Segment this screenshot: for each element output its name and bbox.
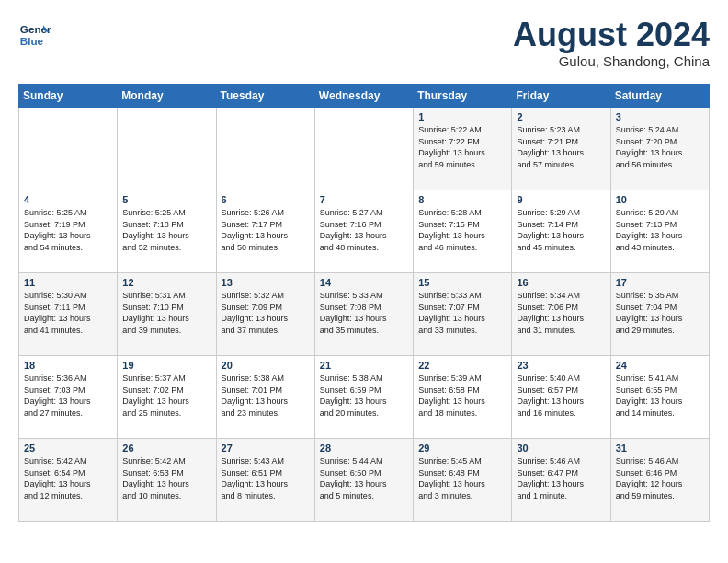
day-number: 17 [616,277,704,288]
calendar-cell: 7Sunrise: 5:27 AM Sunset: 7:16 PM Daylig… [314,190,413,273]
calendar-cell: 10Sunrise: 5:29 AM Sunset: 7:13 PM Dayli… [610,190,709,273]
day-number: 20 [222,360,310,371]
calendar-cell: 1Sunrise: 5:22 AM Sunset: 7:22 PM Daylig… [414,108,512,190]
page-header: General Blue August 2024 Gulou, Shandong… [18,18,710,69]
calendar-cell: 20Sunrise: 5:38 AM Sunset: 7:01 PM Dayli… [216,356,314,439]
day-info: Sunrise: 5:28 AM Sunset: 7:15 PM Dayligh… [418,207,506,253]
day-number: 12 [122,277,210,288]
day-number: 6 [222,194,310,205]
day-info: Sunrise: 5:43 AM Sunset: 6:51 PM Dayligh… [222,455,310,501]
logo: General Blue [18,18,51,52]
calendar-cell: 17Sunrise: 5:35 AM Sunset: 7:04 PM Dayli… [610,273,709,356]
weekday-header-tuesday: Tuesday [216,85,314,108]
calendar-cell: 22Sunrise: 5:39 AM Sunset: 6:58 PM Dayli… [414,356,512,439]
day-info: Sunrise: 5:42 AM Sunset: 6:54 PM Dayligh… [24,455,112,501]
day-number: 16 [517,277,605,288]
day-number: 5 [122,194,210,205]
day-number: 31 [616,442,704,454]
logo-icon: General Blue [18,18,51,52]
calendar-cell: 14Sunrise: 5:33 AM Sunset: 7:08 PM Dayli… [314,273,413,356]
calendar-row: 18Sunrise: 5:36 AM Sunset: 7:03 PM Dayli… [19,356,710,439]
month-title: August 2024 [513,18,710,52]
day-number: 26 [122,442,210,454]
day-number: 7 [320,194,408,205]
calendar-cell: 9Sunrise: 5:29 AM Sunset: 7:14 PM Daylig… [512,190,610,273]
day-info: Sunrise: 5:39 AM Sunset: 6:58 PM Dayligh… [418,373,506,419]
day-number: 9 [517,194,605,205]
calendar-table: SundayMondayTuesdayWednesdayThursdayFrid… [18,84,710,522]
day-info: Sunrise: 5:29 AM Sunset: 7:13 PM Dayligh… [616,207,704,253]
day-info: Sunrise: 5:33 AM Sunset: 7:07 PM Dayligh… [418,290,506,336]
day-number: 25 [24,442,112,454]
calendar-cell: 6Sunrise: 5:26 AM Sunset: 7:17 PM Daylig… [216,190,314,273]
svg-text:General: General [20,23,51,35]
calendar-cell: 31Sunrise: 5:46 AM Sunset: 6:46 PM Dayli… [610,439,709,522]
weekday-header-saturday: Saturday [610,85,709,108]
calendar-cell [216,108,314,190]
calendar-cell: 19Sunrise: 5:37 AM Sunset: 7:02 PM Dayli… [118,356,216,439]
day-number: 15 [418,277,506,288]
calendar-cell: 21Sunrise: 5:38 AM Sunset: 6:59 PM Dayli… [314,356,413,439]
calendar-row: 4Sunrise: 5:25 AM Sunset: 7:19 PM Daylig… [19,190,710,273]
title-block: August 2024 Gulou, Shandong, China [513,18,710,69]
calendar-cell: 28Sunrise: 5:44 AM Sunset: 6:50 PM Dayli… [314,439,413,522]
day-info: Sunrise: 5:22 AM Sunset: 7:22 PM Dayligh… [418,124,506,170]
weekday-header-row: SundayMondayTuesdayWednesdayThursdayFrid… [19,85,710,108]
day-info: Sunrise: 5:29 AM Sunset: 7:14 PM Dayligh… [517,207,605,253]
weekday-header-friday: Friday [512,85,610,108]
day-info: Sunrise: 5:31 AM Sunset: 7:10 PM Dayligh… [122,290,210,336]
day-info: Sunrise: 5:36 AM Sunset: 7:03 PM Dayligh… [24,373,112,419]
weekday-header-monday: Monday [118,85,216,108]
day-info: Sunrise: 5:41 AM Sunset: 6:55 PM Dayligh… [616,373,704,419]
calendar-cell: 3Sunrise: 5:24 AM Sunset: 7:20 PM Daylig… [610,108,709,190]
day-number: 14 [320,277,408,288]
calendar-cell [19,108,118,190]
day-info: Sunrise: 5:26 AM Sunset: 7:17 PM Dayligh… [222,207,310,253]
calendar-cell: 25Sunrise: 5:42 AM Sunset: 6:54 PM Dayli… [19,439,118,522]
day-number: 10 [616,194,704,205]
day-info: Sunrise: 5:35 AM Sunset: 7:04 PM Dayligh… [616,290,704,336]
day-number: 30 [517,442,605,454]
day-number: 23 [517,360,605,371]
day-info: Sunrise: 5:37 AM Sunset: 7:02 PM Dayligh… [122,373,210,419]
calendar-row: 11Sunrise: 5:30 AM Sunset: 7:11 PM Dayli… [19,273,710,356]
day-number: 8 [418,194,506,205]
day-number: 13 [222,277,310,288]
day-info: Sunrise: 5:46 AM Sunset: 6:46 PM Dayligh… [616,455,704,501]
day-info: Sunrise: 5:46 AM Sunset: 6:47 PM Dayligh… [517,455,605,501]
day-info: Sunrise: 5:38 AM Sunset: 6:59 PM Dayligh… [320,373,408,419]
day-number: 1 [418,111,506,122]
calendar-cell: 8Sunrise: 5:28 AM Sunset: 7:15 PM Daylig… [414,190,512,273]
day-number: 28 [320,442,408,454]
day-info: Sunrise: 5:23 AM Sunset: 7:21 PM Dayligh… [517,124,605,170]
day-number: 2 [517,111,605,122]
day-info: Sunrise: 5:44 AM Sunset: 6:50 PM Dayligh… [320,455,408,501]
day-number: 21 [320,360,408,371]
calendar-cell: 18Sunrise: 5:36 AM Sunset: 7:03 PM Dayli… [19,356,118,439]
day-info: Sunrise: 5:32 AM Sunset: 7:09 PM Dayligh… [222,290,310,336]
weekday-header-sunday: Sunday [19,85,118,108]
day-number: 11 [24,277,112,288]
calendar-cell: 15Sunrise: 5:33 AM Sunset: 7:07 PM Dayli… [414,273,512,356]
day-number: 18 [24,360,112,371]
calendar-cell: 27Sunrise: 5:43 AM Sunset: 6:51 PM Dayli… [216,439,314,522]
svg-text:Blue: Blue [20,35,44,47]
calendar-cell: 26Sunrise: 5:42 AM Sunset: 6:53 PM Dayli… [118,439,216,522]
day-info: Sunrise: 5:42 AM Sunset: 6:53 PM Dayligh… [122,455,210,501]
calendar-row: 25Sunrise: 5:42 AM Sunset: 6:54 PM Dayli… [19,439,710,522]
day-info: Sunrise: 5:30 AM Sunset: 7:11 PM Dayligh… [24,290,112,336]
calendar-cell [314,108,413,190]
calendar-cell: 29Sunrise: 5:45 AM Sunset: 6:48 PM Dayli… [414,439,512,522]
weekday-header-wednesday: Wednesday [314,85,413,108]
day-number: 19 [122,360,210,371]
day-info: Sunrise: 5:34 AM Sunset: 7:06 PM Dayligh… [517,290,605,336]
calendar-cell [118,108,216,190]
day-info: Sunrise: 5:38 AM Sunset: 7:01 PM Dayligh… [222,373,310,419]
calendar-cell: 13Sunrise: 5:32 AM Sunset: 7:09 PM Dayli… [216,273,314,356]
calendar-cell: 30Sunrise: 5:46 AM Sunset: 6:47 PM Dayli… [512,439,610,522]
calendar-row: 1Sunrise: 5:22 AM Sunset: 7:22 PM Daylig… [19,108,710,190]
calendar-cell: 2Sunrise: 5:23 AM Sunset: 7:21 PM Daylig… [512,108,610,190]
location-subtitle: Gulou, Shandong, China [513,53,710,69]
day-number: 22 [418,360,506,371]
weekday-header-thursday: Thursday [414,85,512,108]
